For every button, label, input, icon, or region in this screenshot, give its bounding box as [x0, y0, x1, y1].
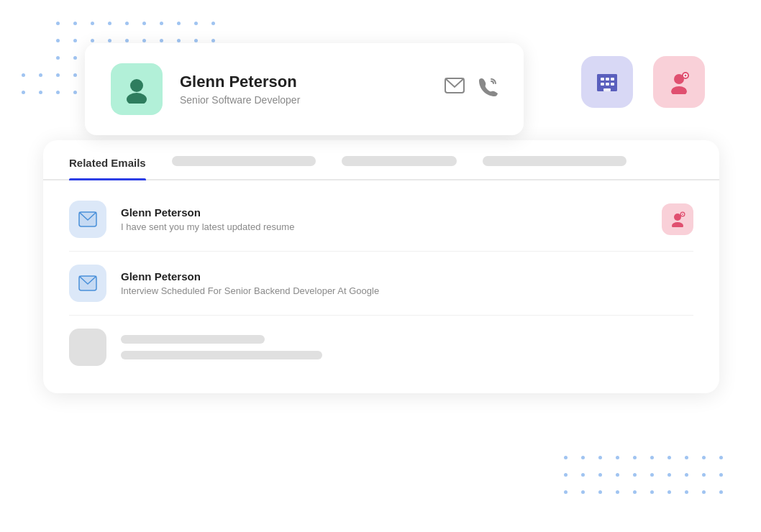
svg-rect-8	[601, 83, 604, 86]
email-badge-1[interactable]	[662, 203, 693, 235]
email-content-2: Glenn Peterson Interview Scheduled For S…	[121, 270, 693, 296]
tabs-bar: Related Emails	[43, 140, 719, 180]
contact-title: Senior Software Developer	[180, 94, 427, 106]
building-icon	[595, 70, 619, 94]
svg-point-20	[674, 214, 681, 221]
svg-rect-6	[606, 78, 609, 81]
email-icon-2	[78, 275, 97, 291]
svg-point-24	[682, 214, 683, 215]
email-avatar-2	[69, 265, 106, 302]
svg-point-17	[685, 75, 687, 77]
email-item-1[interactable]: Glenn Peterson I have sent you my latest…	[69, 188, 693, 252]
dot-grid-bottom-right: (function() { const grid = document.quer…	[564, 456, 732, 503]
email-item-placeholder	[69, 316, 693, 379]
email-item-2[interactable]: Glenn Peterson Interview Scheduled For S…	[69, 252, 693, 316]
svg-rect-11	[603, 88, 611, 91]
svg-point-0	[130, 79, 143, 92]
contact-actions	[445, 78, 498, 101]
person-button[interactable]	[653, 56, 705, 108]
contact-card: Glenn Peterson Senior Software Developer	[85, 43, 524, 135]
placeholder-name-line	[121, 335, 265, 344]
contact-person-icon	[667, 70, 691, 94]
phone-action-icon[interactable]	[479, 78, 498, 101]
svg-point-21	[672, 222, 683, 227]
email-subject-2: Interview Scheduled For Senior Backend D…	[121, 285, 693, 296]
email-sender-1: Glenn Peterson	[121, 206, 647, 219]
tab-placeholder-2	[342, 156, 457, 166]
svg-rect-9	[606, 83, 609, 86]
tab-placeholder-1	[172, 156, 316, 166]
svg-rect-10	[611, 83, 614, 86]
email-avatar-placeholder	[69, 329, 106, 366]
avatar	[111, 63, 163, 115]
person-avatar-icon	[122, 75, 151, 104]
svg-point-1	[127, 93, 147, 104]
main-panel: Related Emails Glenn Peterson I have sen…	[43, 140, 719, 393]
email-list: Glenn Peterson I have sent you my latest…	[43, 180, 719, 379]
email-sender-2: Glenn Peterson	[121, 270, 693, 283]
svg-point-14	[671, 86, 687, 94]
email-subject-1: I have sent you my latest updated resume	[121, 221, 647, 232]
email-content-placeholder	[121, 335, 693, 359]
svg-rect-7	[611, 78, 614, 81]
tab-related-emails[interactable]: Related Emails	[69, 141, 146, 179]
contact-badge-icon-1	[670, 211, 685, 227]
email-action-icon[interactable]	[445, 78, 465, 101]
tab-placeholder-3	[483, 156, 626, 166]
email-avatar-1	[69, 201, 106, 238]
contact-name: Glenn Peterson	[180, 73, 427, 91]
placeholder-subject-line	[121, 351, 322, 359]
svg-rect-5	[601, 78, 604, 81]
email-icon-1	[78, 211, 97, 227]
email-content-1: Glenn Peterson I have sent you my latest…	[121, 206, 647, 232]
contact-info: Glenn Peterson Senior Software Developer	[180, 73, 427, 106]
building-button[interactable]	[581, 56, 633, 108]
